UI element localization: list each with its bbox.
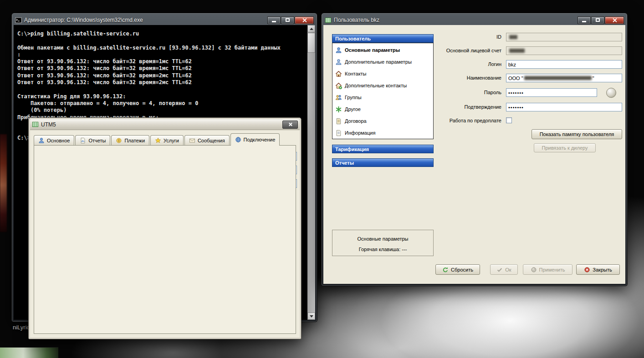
apply-icon — [531, 267, 537, 273]
tab-podklyuchenie[interactable]: Подключение — [230, 133, 280, 146]
user-window-title: Пользователь bkz — [334, 17, 379, 23]
reset-button[interactable]: Сбросить — [435, 264, 480, 275]
info-box-title: Основные параметры — [358, 236, 409, 242]
document-icon — [335, 130, 342, 136]
nav-item-label: Дополнительные контакты — [345, 83, 407, 88]
scroll-down-button[interactable] — [307, 313, 315, 320]
close-button[interactable] — [295, 16, 314, 24]
scroll-up-button[interactable] — [307, 25, 315, 32]
connection-icon — [235, 136, 241, 143]
name-suffix: " — [593, 76, 594, 81]
reset-button-label: Сбросить — [451, 267, 473, 272]
info-box: Основные параметры Горячая клавиша: --- — [332, 230, 434, 256]
nav-list: Основные параметры Дополнительные параме… — [332, 43, 434, 139]
prepaid-checkbox[interactable] — [506, 117, 512, 123]
bind-dealer-button[interactable]: Привязать к дилеру — [534, 143, 596, 152]
document-icon — [335, 118, 342, 125]
cmd-icon — [15, 17, 22, 24]
close-window-button[interactable]: Закрыть — [576, 264, 620, 275]
connection-tab-page — [34, 145, 296, 334]
user-icon — [335, 59, 342, 66]
tab-label: Сообщения — [198, 138, 225, 143]
nav-item-label: Информация — [345, 130, 375, 136]
tab-strip: Основное Отчеты Платежи Услуги Сообщения — [34, 133, 281, 146]
show-memo-button[interactable]: Показать памятку пользователя — [532, 129, 622, 139]
name-label: Наименование — [429, 75, 501, 81]
redacted-value — [509, 35, 517, 39]
section-header-tariffs[interactable]: Тарификация — [332, 145, 434, 153]
scroll-thumb[interactable] — [307, 33, 315, 53]
nav-item-main-params[interactable]: Основные параметры — [332, 44, 433, 56]
app-grid-icon — [32, 121, 39, 128]
close-icon — [584, 267, 590, 273]
maximize-button[interactable] — [591, 16, 604, 24]
payments-icon — [116, 137, 122, 144]
ok-button[interactable]: Ок — [490, 264, 518, 275]
close-icon — [288, 122, 292, 126]
maximize-icon — [596, 18, 600, 22]
minimize-button[interactable] — [267, 16, 281, 24]
account-label: Основной лицевой счет — [429, 48, 501, 53]
nav-item-other[interactable]: Другое — [332, 103, 433, 115]
house-icon — [335, 71, 342, 77]
tab-label: Платежи — [124, 138, 145, 143]
id-label: ID — [429, 34, 501, 40]
maximize-button[interactable] — [281, 16, 294, 24]
close-icon — [302, 18, 307, 23]
tab-label: Услуги — [164, 138, 179, 143]
prepaid-label: Работа по предоплате — [429, 118, 501, 123]
nav-item-additional-contacts[interactable]: Дополнительные контакты — [332, 80, 433, 91]
house-plus-icon — [335, 82, 342, 89]
utm5-dialog: UTM5 Основное Отчеты Платежи — [28, 117, 302, 339]
section-header-reports[interactable]: Отчеты — [332, 158, 434, 167]
background-artifact — [0, 134, 7, 232]
password-label: Пароль — [429, 90, 501, 95]
close-button[interactable] — [605, 16, 624, 24]
nav-item-groups[interactable]: Группы — [332, 91, 433, 103]
tab-platezhi[interactable]: Платежи — [111, 135, 149, 146]
user-window: Пользователь bkz Пользователь Основные п… — [321, 13, 628, 286]
nav-item-label: Дополнительные параметры — [345, 59, 412, 65]
nav-item-contacts[interactable]: Контакты — [332, 68, 433, 80]
nav-item-contracts[interactable]: Договора — [332, 115, 433, 127]
close-button[interactable] — [282, 121, 298, 129]
report-icon — [80, 137, 86, 144]
password-reveal-button[interactable] — [606, 88, 616, 98]
tab-label: Отчеты — [88, 138, 106, 143]
refresh-icon — [442, 267, 449, 273]
user-window-body: Пользователь Основные параметры Дополнит… — [323, 25, 625, 284]
tab-label: Основное — [47, 138, 70, 143]
cmd-titlebar[interactable]: Администратор: C:\Windows\system32\cmd.e… — [14, 15, 315, 25]
password-input[interactable] — [506, 88, 597, 97]
tab-uslugi[interactable]: Услуги — [150, 135, 184, 146]
messages-icon — [189, 137, 195, 144]
check-icon — [496, 267, 503, 273]
utm5-titlebar[interactable]: UTM5 — [30, 119, 300, 130]
desktop: niLyric Администратор: C:\Windows\system… — [0, 0, 644, 358]
asterisk-icon — [335, 106, 342, 113]
nav-item-information[interactable]: Информация — [332, 127, 433, 139]
minilyrics-text: niLyric — [13, 324, 30, 331]
redacted-value — [524, 76, 592, 80]
minimize-icon — [272, 21, 276, 22]
confirm-input[interactable] — [506, 103, 622, 111]
tab-soobshcheniya[interactable]: Сообщения — [184, 135, 230, 146]
name-input[interactable]: ООО "" — [506, 74, 622, 82]
apply-button[interactable]: Применить — [523, 264, 572, 275]
tab-osnovnoe[interactable]: Основное — [34, 135, 74, 146]
tab-otchety[interactable]: Отчеты — [75, 135, 110, 146]
redacted-value — [509, 49, 525, 53]
user-icon — [38, 137, 45, 144]
section-header-user[interactable]: Пользователь — [332, 34, 434, 43]
terminal-scrollbar[interactable] — [307, 25, 315, 320]
login-input[interactable] — [506, 60, 622, 69]
nav-item-label: Группы — [345, 95, 362, 100]
bind-dealer-button-label: Привязать к дилеру — [542, 145, 588, 151]
nav-item-additional-params[interactable]: Дополнительные параметры — [332, 56, 433, 68]
nav-item-label: Основные параметры — [345, 47, 400, 53]
nav-item-label: Договора — [345, 118, 367, 124]
utm5-body: Основное Отчеты Платежи Услуги Сообщения — [30, 130, 300, 338]
user-window-titlebar[interactable]: Пользователь bkz — [323, 15, 625, 25]
arrow-down-icon — [310, 315, 313, 318]
minimize-button[interactable] — [578, 16, 591, 24]
